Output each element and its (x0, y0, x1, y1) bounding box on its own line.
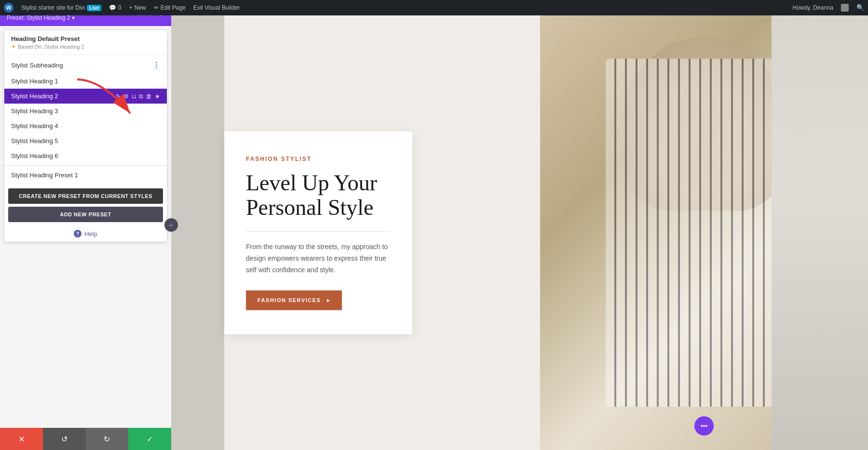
cancel-button[interactable]: ✕ (0, 428, 43, 450)
exit-vb-item[interactable]: Exit Visual Builder (193, 4, 240, 11)
hero-section: FASHION STYLIST Level Up Your Personal S… (171, 15, 868, 450)
preset-item-heading1[interactable]: Stylist Heading 1 (4, 74, 167, 89)
preset-item-heading4[interactable]: Stylist Heading 4 (4, 119, 167, 133)
new-item[interactable]: + New (129, 4, 146, 11)
star-icon: ★ (11, 43, 16, 50)
add-preset-button[interactable]: ADD NEW PRESET (8, 207, 163, 222)
preset-item-subheading[interactable]: Stylist Subheading ⋮ (4, 57, 167, 74)
search-icon[interactable]: 🔍 (856, 4, 864, 12)
edit-preset-icon[interactable]: ✎ (116, 93, 121, 100)
star-preset-icon[interactable]: ★ (155, 93, 160, 100)
resize-handle[interactable]: ↔ (164, 218, 178, 232)
wp-icon[interactable]: W (4, 3, 14, 13)
preset-item-actions: ✎ ⚙ ⊔ ⧉ 🗑 ★ (116, 93, 160, 100)
side-panel-right (772, 15, 868, 450)
preset-default-section: Heading Default Preset ★ Based On: Styli… (4, 30, 167, 55)
undo-button[interactable]: ↺ (43, 428, 86, 450)
hero-eyebrow: FASHION STYLIST (246, 156, 391, 162)
comments-item[interactable]: 💬 0 (109, 4, 122, 11)
preset-buttons: CREATE NEW PRESET FROM CURRENT STYLES AD… (4, 185, 167, 226)
help-section[interactable]: ? Help (4, 226, 167, 241)
preset-list: Stylist Subheading ⋮ Stylist Heading 1 S… (4, 55, 167, 185)
user-avatar (841, 4, 849, 12)
left-panel: Heading Settings Preset: Stylist Heading… (0, 0, 171, 450)
hero-divider (246, 231, 391, 232)
arrow-icon: ▸ (327, 297, 331, 303)
preset-divider (4, 165, 167, 166)
hero-cta-button[interactable]: FASHION SERVICES ▸ (246, 290, 342, 310)
main-content: FASHION STYLIST Level Up Your Personal S… (171, 15, 868, 450)
live-badge: Live (87, 5, 101, 11)
bottom-bar: ✕ ↺ ↻ ✓ (0, 428, 171, 450)
admin-bar: W Stylist starter site for Divi Live 💬 0… (0, 0, 868, 15)
preset-item-preset1[interactable]: Stylist Heading Preset 1 (4, 168, 167, 183)
link-preset-icon[interactable]: ⊔ (132, 93, 136, 100)
hero-title: Level Up Your Personal Style (246, 171, 391, 220)
howdy-label: Howdy, Deanna (793, 4, 834, 11)
preset-item-heading3[interactable]: Stylist Heading 3 (4, 104, 167, 119)
preset-default-title: Heading Default Preset (11, 35, 160, 42)
preset-based-on: ★ Based On: Stylist Heading 2 (11, 43, 160, 50)
preset-item-heading5[interactable]: Stylist Heading 5 (4, 133, 167, 148)
redo-button[interactable]: ↻ (86, 428, 129, 450)
create-preset-button[interactable]: CREATE NEW PRESET FROM CURRENT STYLES (8, 188, 163, 204)
preset-item-heading6[interactable]: Stylist Heading 6 (4, 148, 167, 163)
preset-item-heading2[interactable]: Stylist Heading 2 ✎ ⚙ ⊔ ⧉ 🗑 ★ (4, 89, 167, 104)
delete-preset-icon[interactable]: 🗑 (146, 93, 152, 100)
help-icon: ? (74, 230, 81, 238)
site-name-item[interactable]: Stylist starter site for Divi Live (21, 4, 101, 11)
save-button[interactable]: ✓ (128, 428, 171, 450)
three-dots-button[interactable]: ••• (694, 416, 714, 436)
hero-content-box: FASHION STYLIST Level Up Your Personal S… (224, 132, 412, 334)
copy-preset-icon[interactable]: ⧉ (139, 93, 143, 100)
edit-page-item[interactable]: ✏ Edit Page (154, 4, 186, 11)
subheading-dots-icon[interactable]: ⋮ (152, 61, 160, 70)
settings-preset-icon[interactable]: ⚙ (123, 93, 129, 100)
preset-dropdown: Heading Default Preset ★ Based On: Styli… (4, 30, 167, 242)
hero-body-text: From the runway to the streets, my appro… (246, 241, 391, 276)
panel-subtitle[interactable]: Preset: Stylist Heading 2 ▾ (7, 14, 75, 21)
